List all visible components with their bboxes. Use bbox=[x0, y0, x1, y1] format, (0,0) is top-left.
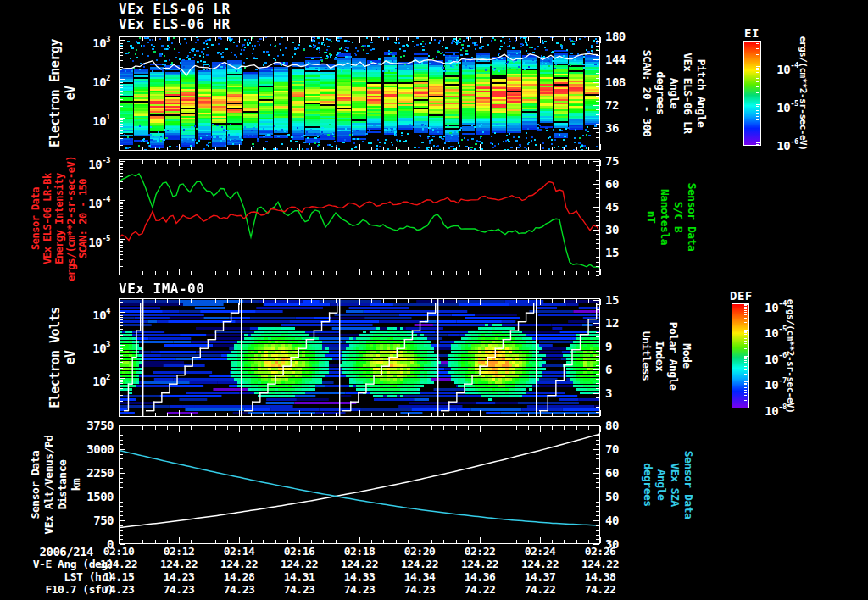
tick-mark bbox=[504, 271, 504, 275]
tick-mark bbox=[396, 413, 397, 416]
tick-mark bbox=[275, 540, 276, 543]
tick-mark bbox=[492, 147, 492, 150]
tick-mark bbox=[443, 37, 444, 41]
tick-mark bbox=[420, 299, 420, 305]
tick-mark bbox=[443, 160, 444, 164]
tick-mark bbox=[593, 161, 599, 162]
tick-mark bbox=[215, 271, 216, 275]
tick-mark bbox=[155, 299, 156, 303]
tick-mark bbox=[588, 299, 589, 303]
tick-mark bbox=[371, 271, 372, 275]
tick-mark bbox=[516, 299, 517, 303]
tick-mark bbox=[492, 160, 492, 164]
tick-mark bbox=[596, 266, 599, 267]
tick-mark bbox=[596, 119, 599, 119]
panel4-rtick: 70 bbox=[605, 442, 639, 456]
tick-mark bbox=[540, 299, 541, 305]
tick-mark bbox=[596, 304, 599, 305]
tick-mark bbox=[239, 299, 240, 305]
tick-mark bbox=[120, 380, 123, 381]
tick-mark bbox=[744, 334, 747, 335]
tick-mark bbox=[431, 540, 432, 543]
tick-mark bbox=[131, 271, 131, 275]
tick-mark bbox=[528, 160, 529, 164]
tick-mark bbox=[275, 271, 276, 275]
tick-mark bbox=[596, 216, 599, 217]
panel2-left-label-line: Energy Intensity bbox=[53, 156, 65, 281]
tick-mark bbox=[588, 271, 589, 275]
bottom-row-value: 74.23 bbox=[332, 583, 387, 596]
tick-mark bbox=[480, 537, 481, 543]
tick-mark bbox=[468, 413, 469, 416]
tick-mark bbox=[191, 271, 192, 275]
tick-mark bbox=[744, 322, 747, 323]
tick-mark bbox=[287, 271, 288, 275]
tick-mark bbox=[131, 413, 131, 416]
tick-mark bbox=[468, 299, 469, 303]
tick-mark bbox=[596, 397, 599, 398]
tick-mark bbox=[215, 413, 216, 416]
tick-mark bbox=[120, 46, 123, 47]
time-label: 02:26 bbox=[573, 545, 627, 558]
tick-mark bbox=[456, 147, 457, 150]
tick-mark bbox=[593, 497, 599, 497]
tick-mark bbox=[588, 540, 589, 543]
tick-mark bbox=[596, 175, 599, 175]
tick-mark bbox=[504, 413, 504, 416]
tick-mark bbox=[596, 109, 599, 110]
tick-mark bbox=[564, 271, 565, 275]
tick-mark bbox=[564, 299, 565, 303]
tick-mark bbox=[120, 48, 123, 49]
tick-mark bbox=[596, 506, 599, 507]
tick-mark bbox=[593, 82, 599, 83]
tick-mark bbox=[179, 299, 180, 305]
panel4-left-label-line: km bbox=[70, 435, 83, 534]
tick-mark bbox=[371, 426, 372, 430]
tick-mark bbox=[744, 386, 747, 386]
tick-mark bbox=[120, 133, 123, 134]
tick-mark bbox=[287, 426, 288, 430]
tick-mark bbox=[596, 511, 599, 512]
tick-mark bbox=[131, 426, 131, 430]
tick-mark bbox=[120, 458, 123, 459]
tick-mark bbox=[299, 537, 300, 543]
panel4-right-label-line: Sensor Data bbox=[682, 451, 695, 519]
panel4-left-label-line: Distance bbox=[56, 435, 70, 534]
tick-mark bbox=[191, 413, 192, 416]
panel3-right-label-line: Mode bbox=[680, 322, 693, 391]
altitude-sza-line-canvas bbox=[119, 425, 600, 544]
panel1-right-label-line: SCAN: 20 - 300 bbox=[640, 50, 654, 137]
tick-mark bbox=[528, 413, 529, 416]
tick-mark bbox=[593, 369, 599, 370]
tick-mark bbox=[120, 215, 123, 216]
tick-mark bbox=[480, 144, 481, 150]
tick-mark bbox=[420, 160, 420, 166]
tick-mark bbox=[596, 86, 599, 87]
tick-mark bbox=[600, 426, 601, 432]
tick-mark bbox=[596, 262, 599, 263]
tick-mark bbox=[120, 124, 123, 125]
tick-mark bbox=[744, 332, 747, 333]
tick-mark bbox=[756, 113, 759, 114]
tick-mark bbox=[593, 59, 599, 60]
tick-mark bbox=[456, 299, 457, 303]
tick-mark bbox=[323, 37, 324, 41]
tick-mark bbox=[371, 160, 372, 164]
tick-mark bbox=[323, 540, 324, 543]
tick-mark bbox=[131, 160, 131, 164]
tick-mark bbox=[528, 299, 529, 303]
tick-mark bbox=[492, 413, 492, 416]
tick-mark bbox=[120, 539, 123, 540]
tick-mark bbox=[191, 37, 192, 41]
tick-mark bbox=[744, 330, 749, 331]
tick-mark bbox=[596, 142, 599, 142]
bottom-row-value: 14.33 bbox=[332, 570, 387, 583]
tick-mark bbox=[215, 160, 216, 164]
tick-mark bbox=[596, 383, 599, 384]
tick-mark bbox=[348, 147, 348, 150]
colorbar2-tick: 10-8 bbox=[727, 401, 787, 418]
tick-mark bbox=[744, 364, 747, 364]
tick-mark bbox=[744, 338, 747, 339]
tick-mark bbox=[596, 464, 599, 464]
tick-mark bbox=[311, 37, 312, 41]
